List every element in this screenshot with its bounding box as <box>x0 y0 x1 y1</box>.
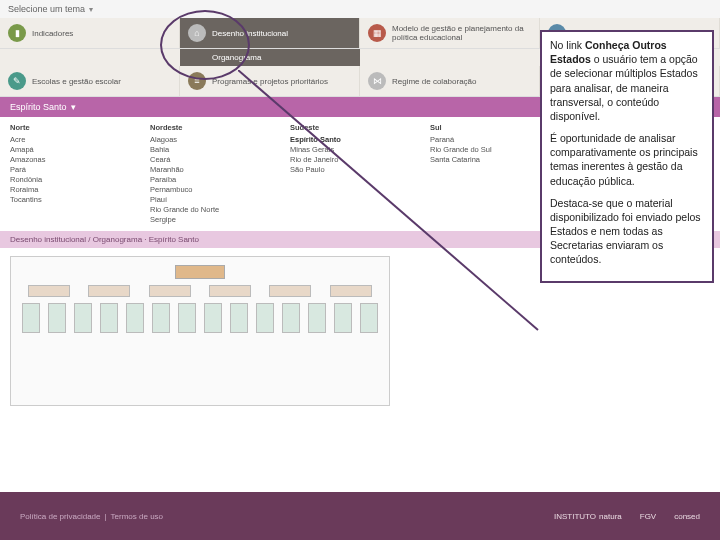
terms-link[interactable]: Termos de uso <box>111 512 163 521</box>
state-link[interactable]: Roraima <box>10 185 150 194</box>
region-header: Nordeste <box>150 123 290 132</box>
callout-box: No link Conheça Outros Estados o usuário… <box>540 30 714 283</box>
handshake-icon: ⋈ <box>368 72 386 90</box>
state-label: Espírito Santo <box>10 102 67 112</box>
state-link[interactable]: Minas Gerais <box>290 145 430 154</box>
org-node <box>209 285 251 297</box>
org-root <box>175 265 225 279</box>
org-leaf <box>48 303 66 333</box>
nav-desenho[interactable]: ⌂ Desenho institucional <box>180 18 360 48</box>
state-link[interactable]: Rondônia <box>10 175 150 184</box>
org-leaf <box>100 303 118 333</box>
org-leaf <box>360 303 378 333</box>
sub-label: Organograma <box>212 53 261 62</box>
logo-natura: INSTITUTO natura <box>554 512 622 521</box>
school-icon: ✎ <box>8 72 26 90</box>
organogram-thumbnail[interactable] <box>10 256 390 406</box>
theme-label: Selecione um tema <box>8 4 85 14</box>
calendar-icon: ▦ <box>368 24 386 42</box>
org-node <box>269 285 311 297</box>
nav-indicadores[interactable]: ▮ Indicadores <box>0 18 180 48</box>
nav-label: Indicadores <box>32 29 73 38</box>
state-link[interactable]: Piauí <box>150 195 290 204</box>
logo-text: FGV <box>640 512 656 521</box>
logo-text: natura <box>599 512 622 521</box>
org-leaf <box>204 303 222 333</box>
state-link[interactable]: Rio Grande do Norte <box>150 205 290 214</box>
state-link[interactable]: Alagoas <box>150 135 290 144</box>
org-leaf <box>152 303 170 333</box>
org-leaf <box>308 303 326 333</box>
nav-escolas[interactable]: ✎ Escolas e gestão escolar <box>0 66 180 96</box>
nav-modelo[interactable]: ▦ Modelo de gestão e planejamento da pol… <box>360 18 540 48</box>
state-link[interactable]: Paraíba <box>150 175 290 184</box>
org-icon: ⌂ <box>188 24 206 42</box>
state-link[interactable]: Amazonas <box>10 155 150 164</box>
col-sudeste: Sudeste Espírito Santo Minas Gerais Rio … <box>290 123 430 225</box>
nav-label: Desenho institucional <box>212 29 288 38</box>
separator: | <box>105 512 107 521</box>
region-header: Norte <box>10 123 150 132</box>
nav-label: Programas e projetos prioritários <box>212 77 328 86</box>
theme-selector[interactable]: Selecione um tema ▾ <box>0 0 720 18</box>
nav-label: Regime de colaboração <box>392 77 477 86</box>
state-link[interactable]: Pará <box>10 165 150 174</box>
sub-empty <box>0 49 180 66</box>
nav-label: Escolas e gestão escolar <box>32 77 121 86</box>
privacy-link[interactable]: Política de privacidade <box>20 512 101 521</box>
state-link[interactable]: São Paulo <box>290 165 430 174</box>
nav-label: Modelo de gestão e planejamento da polít… <box>392 24 531 42</box>
breadcrumb-text: Desenho institucional / Organograma · Es… <box>10 235 199 244</box>
org-leaf <box>126 303 144 333</box>
sub-organograma[interactable]: Organograma <box>180 49 360 66</box>
state-link[interactable]: Amapá <box>10 145 150 154</box>
state-link[interactable]: Maranhão <box>150 165 290 174</box>
state-link[interactable]: Sergipe <box>150 215 290 224</box>
org-leaf <box>256 303 274 333</box>
org-leaf <box>22 303 40 333</box>
chevron-down-icon: ▾ <box>71 102 76 112</box>
sub-empty <box>360 49 540 66</box>
list-icon: ≡ <box>188 72 206 90</box>
state-link-selected[interactable]: Espírito Santo <box>290 135 430 144</box>
org-node <box>149 285 191 297</box>
org-node <box>88 285 130 297</box>
callout-text: No link <box>550 39 585 51</box>
col-nordeste: Nordeste Alagoas Bahia Ceará Maranhão Pa… <box>150 123 290 225</box>
org-node <box>330 285 372 297</box>
org-level-2 <box>19 285 381 297</box>
footer-logos: INSTITUTO natura FGV consed <box>554 512 700 521</box>
state-link[interactable]: Rio de Janeiro <box>290 155 430 164</box>
logo-fgv: FGV <box>640 512 656 521</box>
callout-p3: Destaca-se que o material disponibilizad… <box>550 196 704 267</box>
state-link[interactable]: Bahia <box>150 145 290 154</box>
state-link[interactable]: Ceará <box>150 155 290 164</box>
col-norte: Norte Acre Amapá Amazonas Pará Rondônia … <box>10 123 150 225</box>
state-link[interactable]: Acre <box>10 135 150 144</box>
logo-text: INSTITUTO <box>554 512 596 521</box>
region-header: Sudeste <box>290 123 430 132</box>
org-leaf <box>282 303 300 333</box>
callout-p2: É oportunidade de analisar comparativame… <box>550 131 704 188</box>
org-leaves <box>19 303 381 333</box>
callout-p1: No link Conheça Outros Estados o usuário… <box>550 38 704 123</box>
logo-consed: consed <box>674 512 700 521</box>
org-leaf <box>230 303 248 333</box>
state-link[interactable]: Pernambuco <box>150 185 290 194</box>
state-link[interactable]: Tocantins <box>10 195 150 204</box>
footer: Política de privacidade | Termos de uso … <box>0 492 720 540</box>
footer-links: Política de privacidade | Termos de uso <box>20 512 163 521</box>
org-leaf <box>178 303 196 333</box>
nav-programas[interactable]: ≡ Programas e projetos prioritários <box>180 66 360 96</box>
chevron-down-icon: ▾ <box>89 5 93 14</box>
bars-icon: ▮ <box>8 24 26 42</box>
org-leaf <box>74 303 92 333</box>
logo-text: consed <box>674 512 700 521</box>
org-node <box>28 285 70 297</box>
org-leaf <box>334 303 352 333</box>
nav-regime[interactable]: ⋈ Regime de colaboração <box>360 66 540 96</box>
